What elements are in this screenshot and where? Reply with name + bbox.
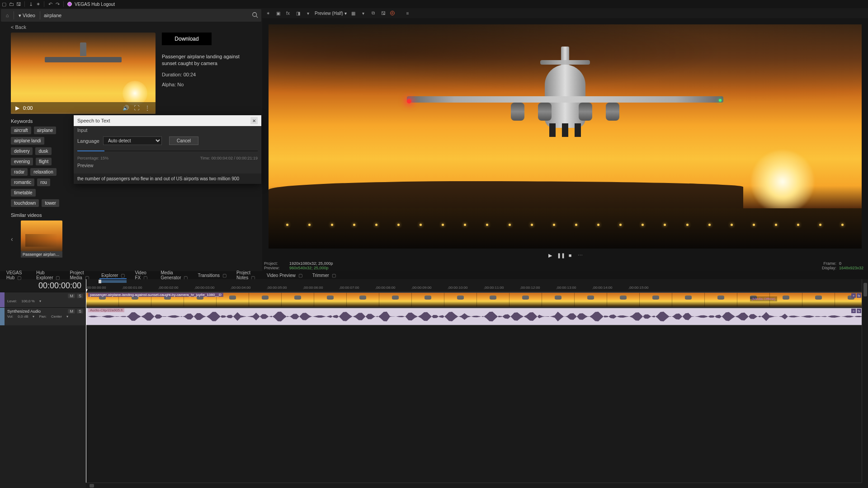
divider — [63, 1, 64, 7]
solo-button[interactable]: S — [77, 294, 83, 298]
preview-text: the number of passengers who flew in and… — [74, 174, 261, 184]
dialog-titlebar[interactable]: Speech to Text ✕ — [74, 115, 261, 126]
video-clip[interactable]: passenger-airplane-landing-against-sunse… — [86, 292, 868, 307]
save-icon[interactable]: 🖫 — [16, 2, 21, 6]
split-preview-icon[interactable]: ◨ — [295, 10, 301, 16]
horizontal-scrollbar[interactable] — [86, 483, 862, 488]
play-button[interactable]: ▶ — [547, 253, 553, 258]
playhead[interactable] — [86, 279, 86, 488]
transport-controls: ▶ ❚❚ ■ ⋯ — [262, 250, 868, 260]
open-icon[interactable]: 🗀 — [9, 2, 14, 6]
pause-button[interactable]: ❚❚ — [557, 253, 563, 258]
preview-label: Preview — [74, 161, 261, 170]
render-icon[interactable]: ⤓ — [28, 2, 33, 6]
clip-fx-icon[interactable]: fx — [857, 309, 861, 313]
tab-transitions[interactable]: Transitions▢ — [193, 272, 231, 279]
dropdown-icon[interactable]: ▾ — [360, 10, 367, 16]
keyword-tag[interactable]: airplane — [34, 127, 57, 134]
more-icon[interactable]: ⋮ — [144, 105, 151, 111]
overlay-icon[interactable]: ▦ — [350, 10, 357, 16]
svg-point-0 — [253, 13, 257, 17]
similar-item[interactable]: Passenger airplane... — [21, 221, 62, 258]
keyword-tag[interactable]: touchdown — [11, 199, 39, 207]
solo-button[interactable]: S — [77, 309, 83, 314]
media-type-dropdown[interactable]: ▾ Video — [14, 13, 40, 19]
keyword-tag[interactable]: aircraft — [11, 127, 31, 134]
preview-settings-icon[interactable]: ✶ — [265, 10, 271, 16]
timeline-overview[interactable] — [99, 280, 127, 283]
audio-track-header[interactable]: Synthesized Audio MS Vol:0,0 dB▾ Pan:Cen… — [0, 307, 86, 325]
keyword-tag[interactable]: evening — [11, 158, 33, 165]
mute-button[interactable]: M — [68, 309, 75, 314]
vegas-logo-icon — [67, 2, 72, 6]
tab-trimmer[interactable]: Trimmer▢ — [308, 272, 340, 279]
ruler-tick: ,00:00:13:00 — [556, 286, 576, 290]
clip-fade-icon[interactable]: ≡ — [851, 309, 856, 313]
language-select[interactable]: Auto detect — [103, 136, 162, 145]
menu-icon[interactable]: ≡ — [405, 10, 411, 16]
media-offline-badge: (Media Offline) — [750, 296, 777, 301]
frame-value: 0 — [839, 261, 841, 266]
properties-icon[interactable]: ✶ — [36, 2, 40, 6]
home-icon[interactable]: ⌂ — [1, 13, 14, 18]
keyword-tag[interactable]: dusk — [35, 147, 51, 155]
ruler-tick: ,00:00:02:00 — [158, 286, 178, 290]
stt-input-label: Input — [74, 126, 261, 135]
timeline-overview-handle[interactable] — [99, 280, 101, 283]
play-icon[interactable]: ▶ — [15, 105, 19, 111]
audio-clip[interactable]: Audio-Clip/22a905.fl ≡fx▾ — [86, 308, 868, 325]
keyword-tag[interactable]: rou — [37, 178, 50, 186]
external-monitor-icon[interactable]: ▣ — [275, 10, 281, 16]
keyword-tag[interactable]: flight — [36, 158, 52, 165]
similar-prev-icon[interactable]: ‹ — [11, 235, 17, 243]
audio-track[interactable]: 36-54-72-18- Audio-Clip/22a905.fl ≡fx▾ — [86, 307, 868, 325]
tab-video-preview[interactable]: Video Preview▢ — [262, 272, 307, 279]
tab-explorer[interactable]: Explorer▢ — [97, 272, 129, 279]
record-stop-icon[interactable]: ⊘ — [390, 11, 395, 15]
new-project-icon[interactable]: ▢ — [2, 2, 6, 6]
copy-snapshot-icon[interactable]: ⧉ — [370, 10, 377, 16]
keyword-tag[interactable]: airplane landi — [11, 137, 44, 145]
volume-icon[interactable]: 🔊 — [122, 105, 129, 111]
keyword-tag[interactable]: radar — [11, 168, 28, 176]
transport-more-icon[interactable]: ⋯ — [577, 253, 583, 258]
timeline-ruler[interactable]: ,00:00:00:00,00:00:01:00,00:00:02:00,00:… — [86, 279, 868, 292]
timeline-tracks[interactable]: ,00:00:00:00,00:00:01:00,00:00:02:00,00:… — [86, 279, 868, 488]
ruler-tick: ,00:00:07:00 — [339, 286, 359, 290]
asset-preview[interactable]: ▶ 0:00 🔊 ⛶ ⋮ — [11, 33, 156, 114]
close-icon[interactable]: ✕ — [250, 117, 258, 124]
video-track[interactable]: passenger-airplane-landing-against-sunse… — [86, 292, 868, 307]
tab-vegas-hub[interactable]: VEGAS Hub▢ — [2, 269, 31, 281]
search-icon[interactable] — [249, 12, 261, 19]
download-button[interactable]: Download — [162, 33, 212, 45]
undo-icon[interactable]: ↶ — [48, 2, 52, 6]
back-link[interactable]: < Back — [0, 22, 262, 33]
keyword-tag[interactable]: delivery — [11, 147, 33, 155]
ruler-tick: ,00:00:05:00 — [267, 286, 287, 290]
stop-button[interactable]: ■ — [567, 253, 573, 258]
keyword-tag[interactable]: relaxation — [30, 168, 56, 176]
keyword-tag[interactable]: timetable — [11, 189, 36, 197]
keyword-tag[interactable]: tower — [42, 199, 59, 207]
mute-button[interactable]: M — [68, 294, 75, 298]
vertical-scrollbar[interactable] — [862, 279, 868, 483]
clip-fx-icon[interactable]: fx — [857, 293, 861, 298]
timecode-display[interactable]: 00:00:00:00 — [0, 279, 86, 292]
fx-icon[interactable]: fx — [285, 10, 291, 16]
clip-fade-icon[interactable]: ≡ — [851, 293, 856, 298]
keyword-tag[interactable]: romantic — [11, 178, 34, 186]
video-track-header[interactable]: MS Level:100,0 %▾ — [0, 292, 86, 307]
save-snapshot-icon[interactable]: 🖫 — [380, 10, 387, 16]
percentage-label: Percentage: — [77, 156, 99, 160]
preview-quality[interactable]: Preview (Half) ▾ — [315, 11, 347, 16]
quality-dropdown-icon[interactable]: ▾ — [305, 10, 311, 16]
audio-track-name: Synthesized Audio — [7, 309, 41, 314]
timeline: 00:00:00:00 MS Level:100,0 %▾ Synthesize… — [0, 279, 868, 488]
preview-viewport[interactable] — [269, 24, 862, 249]
tab-hub-explorer[interactable]: Hub Explorer▢ — [32, 269, 64, 281]
redo-icon[interactable]: ↷ — [55, 2, 60, 6]
cancel-button[interactable]: Cancel — [169, 136, 198, 145]
search-input[interactable]: airplane — [40, 13, 249, 18]
fullscreen-icon[interactable]: ⛶ — [133, 105, 140, 111]
video-clip-name: passenger-airplane-landing-against-sunse… — [88, 293, 223, 297]
